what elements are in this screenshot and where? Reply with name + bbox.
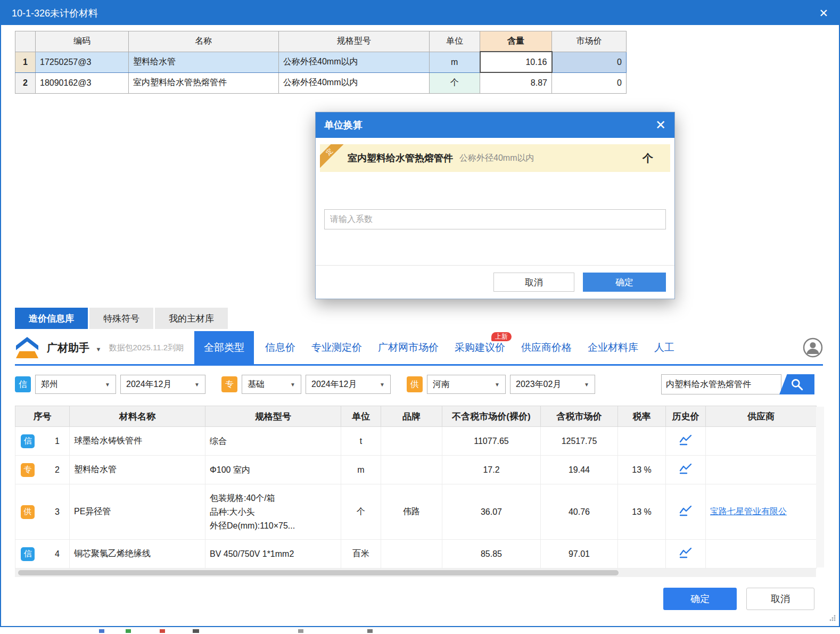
result-row[interactable]: 专2 塑料给水管 Φ100 室内 m 17.2 19.44 13 %: [15, 456, 817, 484]
price-excl-tax-cell[interactable]: 85.85: [442, 540, 541, 569]
tax-rate-cell[interactable]: 13 %: [618, 484, 666, 540]
chevron-down-icon: ▼: [194, 382, 200, 388]
nav-professional-price[interactable]: 专业测定价: [311, 341, 362, 355]
content-cell[interactable]: 8.87: [480, 72, 552, 93]
unit-conversion-titlebar: 单位换算 ✕: [316, 112, 674, 138]
info-period-select[interactable]: 2024年12月▼: [120, 375, 205, 394]
nav-enterprise-library[interactable]: 企业材料库: [588, 341, 638, 355]
brand-cell[interactable]: [381, 540, 442, 569]
spec-cell[interactable]: 公称外径40mm以内: [279, 52, 430, 72]
row-number-cell[interactable]: 1: [15, 52, 36, 72]
vertical-scrollbar-track: [816, 407, 824, 567]
price-incl-tax-cell[interactable]: 40.76: [541, 484, 618, 540]
history-price-chart-icon[interactable]: [679, 547, 693, 559]
nav-info-price[interactable]: 信息价: [265, 341, 295, 355]
supplier-period-select[interactable]: 2023年02月▼: [510, 375, 595, 394]
supplier-region-select[interactable]: 河南▼: [427, 375, 506, 394]
chevron-down-icon: ▼: [96, 346, 102, 352]
material-row[interactable]: 2 18090162@3 室内塑料给水管热熔管件 公称外径40mm以内 个 8.…: [15, 72, 627, 93]
spec-cell[interactable]: 综合: [205, 427, 341, 456]
price-excl-tax-cell[interactable]: 36.07: [442, 484, 541, 540]
price-incl-tax-cell[interactable]: 19.44: [541, 456, 618, 484]
conversion-cancel-button[interactable]: 取消: [493, 273, 574, 292]
brand-menu[interactable]: 广材助手 ▼: [47, 341, 101, 355]
titlebar: 10-1-326未计价材料 ✕: [1, 1, 839, 25]
user-avatar-icon[interactable]: [803, 337, 823, 358]
chevron-down-icon: ▼: [380, 382, 385, 388]
history-price-chart-icon[interactable]: [679, 434, 693, 446]
market-price-cell[interactable]: 0: [552, 52, 627, 72]
dialog-cancel-button[interactable]: 取消: [746, 588, 814, 610]
unit-cell[interactable]: t: [341, 427, 381, 456]
conversion-item-row: 定 室内塑料给水管热熔管件 公称外径40mm以内 个: [320, 144, 670, 172]
history-price-chart-icon[interactable]: [679, 463, 693, 475]
conversion-ok-button[interactable]: 确定: [583, 273, 666, 292]
tab-my-material-library[interactable]: 我的主材库: [155, 308, 228, 329]
name-cell[interactable]: 塑料给水管: [129, 52, 279, 72]
spec-cell[interactable]: 公称外径40mm以内: [279, 72, 430, 93]
material-name-cell[interactable]: 球墨给水铸铁管件: [70, 427, 205, 456]
window-close-icon[interactable]: ✕: [819, 7, 828, 19]
spec-cell[interactable]: Φ100 室内: [205, 456, 341, 484]
supplier-link[interactable]: 宝路七星管业有限公: [710, 507, 787, 516]
tab-price-info-library[interactable]: 造价信息库: [15, 308, 88, 329]
material-row-selected[interactable]: 1 17250257@3 塑料给水管 公称外径40mm以内 m 10.16 0: [15, 52, 627, 72]
info-region-select[interactable]: 郑州▼: [35, 375, 116, 394]
supplier-cell[interactable]: [706, 540, 817, 569]
nav-labor[interactable]: 人工: [654, 341, 674, 355]
material-name-cell[interactable]: 铜芯聚氯乙烯绝缘线: [70, 540, 205, 569]
info-badge: 信: [21, 547, 35, 561]
history-price-chart-icon[interactable]: [679, 505, 693, 517]
resize-grip[interactable]: [829, 614, 836, 624]
professional-period-select[interactable]: 2024年12月▼: [306, 375, 391, 394]
nav-all-types[interactable]: 全部类型: [194, 331, 254, 364]
price-incl-tax-cell[interactable]: 97.01: [541, 540, 618, 569]
tax-rate-cell[interactable]: [618, 540, 666, 569]
tab-special-symbols[interactable]: 特殊符号: [89, 308, 153, 329]
supplier-cell[interactable]: [706, 456, 817, 484]
market-price-cell[interactable]: 0: [552, 72, 627, 93]
spec-cell[interactable]: 包装规格:40个/箱品种:大小头外径De(mm):110×75...: [205, 484, 341, 540]
price-incl-tax-cell[interactable]: 12517.75: [541, 427, 618, 456]
material-name-cell[interactable]: PE异径管: [70, 484, 205, 540]
brand-cell[interactable]: [381, 427, 442, 456]
seq-number: 2: [55, 465, 60, 475]
result-row[interactable]: 信1 球墨给水铸铁管件 综合 t 11077.65 12517.75: [15, 427, 817, 456]
content-cell-editing[interactable]: 10.16: [480, 52, 552, 72]
nav-market-price[interactable]: 广材网市场价: [378, 341, 439, 355]
result-row[interactable]: 信4 铜芯聚氯乙烯绝缘线 BV 450/750V 1*1mm2 百米 85.85…: [15, 540, 817, 569]
supplier-cell[interactable]: [706, 427, 817, 456]
unit-cell[interactable]: m: [430, 52, 480, 72]
desktop-remnant: [0, 628, 840, 634]
unit-cell[interactable]: m: [341, 456, 381, 484]
unit-cell[interactable]: 个: [341, 484, 381, 540]
nav-supplier-price[interactable]: 供应商价格: [521, 341, 572, 355]
row-number-cell[interactable]: 2: [15, 72, 36, 93]
brand-cell[interactable]: 伟路: [381, 484, 442, 540]
tax-rate-cell[interactable]: [618, 427, 666, 456]
code-cell[interactable]: 18090162@3: [36, 72, 129, 93]
price-excl-tax-cell[interactable]: 17.2: [442, 456, 541, 484]
coefficient-input[interactable]: [324, 209, 666, 229]
brand-cell[interactable]: [381, 456, 442, 484]
code-cell[interactable]: 17250257@3: [36, 52, 129, 72]
nav-purchase-suggestion[interactable]: 采购建议价 上新: [455, 341, 505, 355]
spec-cell[interactable]: BV 450/750V 1*1mm2: [205, 540, 341, 569]
gc-assistant-toolbar: 广材助手 ▼ 数据包2025.11.2到期 全部类型 信息价 专业测定价 广材网…: [15, 331, 823, 364]
unit-conversion-close-icon[interactable]: ✕: [655, 118, 666, 133]
info-source-badge: 信: [15, 376, 31, 392]
price-excl-tax-cell[interactable]: 11077.65: [442, 427, 541, 456]
horizontal-scrollbar-thumb[interactable]: [18, 570, 619, 575]
unit-cell[interactable]: 百米: [341, 540, 381, 569]
tax-rate-cell[interactable]: 13 %: [618, 456, 666, 484]
dialog-ok-button[interactable]: 确定: [663, 588, 737, 610]
unit-cell[interactable]: 个: [430, 72, 480, 93]
result-row[interactable]: 供3 PE异径管 包装规格:40个/箱品种:大小头外径De(mm):110×75…: [15, 484, 817, 540]
unit-conversion-title: 单位换算: [324, 119, 363, 131]
col-header-spec-model: 规格型号: [205, 406, 341, 427]
search-input[interactable]: [661, 374, 781, 394]
name-cell[interactable]: 室内塑料给水管热熔管件: [129, 72, 279, 93]
material-name-cell[interactable]: 塑料给水管: [70, 456, 205, 484]
professional-type-select[interactable]: 基础▼: [242, 375, 301, 394]
search-button[interactable]: [779, 374, 814, 394]
